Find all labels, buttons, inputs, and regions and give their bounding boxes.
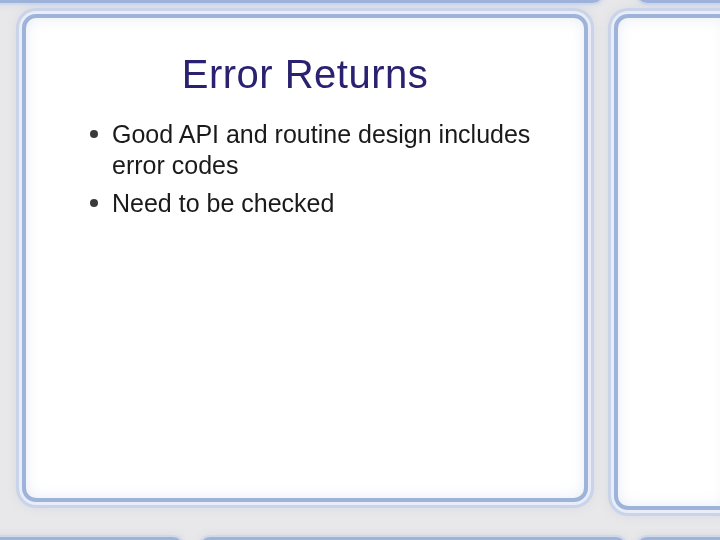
slide-panel: Error Returns Good API and routine desig… [22,14,588,502]
bullet-text: Good API and routine design includes err… [112,120,530,179]
list-item: Good API and routine design includes err… [90,119,548,180]
bullet-text: Need to be checked [112,189,334,217]
frame-edge [0,0,603,3]
frame-edge [637,0,720,3]
adjacent-panel [614,14,720,510]
slide-title: Error Returns [54,52,556,97]
bullet-list: Good API and routine design includes err… [54,119,556,219]
list-item: Need to be checked [90,188,548,219]
